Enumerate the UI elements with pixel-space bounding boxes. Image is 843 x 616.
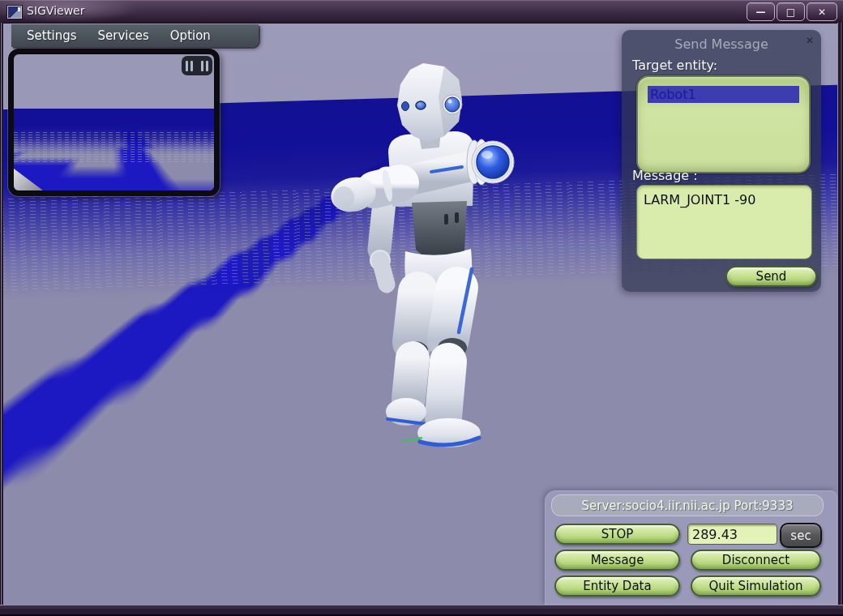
window-frame-bottom — [0, 605, 843, 616]
sigviewer-window: SIGViewer — □ ✕ Settings Services Option… — [0, 0, 843, 616]
stop-button[interactable]: STOP — [554, 524, 680, 545]
send-message-panel: Send Message ✕ Target entity: Robot1 Mes… — [622, 30, 821, 292]
panel-close-icon[interactable]: ✕ — [806, 35, 814, 46]
message-label: Message : — [632, 168, 698, 183]
menu-settings[interactable]: Settings — [16, 25, 88, 46]
sec-unit-button[interactable]: sec — [780, 523, 822, 548]
list-item-robot1[interactable]: Robot1 — [648, 86, 799, 103]
target-entity-label: Target entity: — [632, 58, 717, 73]
window-frame-right — [837, 23, 843, 616]
close-button[interactable]: ✕ — [807, 2, 837, 21]
disconnect-button[interactable]: Disconnect — [691, 550, 821, 571]
simulation-control-panel: Server:socio4.iir.nii.ac.jp Port:9333 ST… — [545, 490, 837, 605]
titlebar[interactable]: SIGViewer — □ ✕ — [0, 0, 843, 23]
maximize-button[interactable]: □ — [777, 2, 805, 21]
server-info: Server:socio4.iir.nii.ac.jp Port:9333 — [551, 494, 824, 516]
robot-model[interactable] — [308, 47, 551, 462]
window-frame-left — [0, 23, 3, 616]
app-icon — [7, 6, 22, 19]
viewport-grid-moire — [14, 132, 214, 162]
menu-option[interactable]: Option — [160, 25, 221, 46]
menubar: Settings Services Option — [11, 24, 259, 47]
time-field[interactable] — [687, 524, 777, 545]
target-entity-list[interactable]: Robot1 — [636, 75, 811, 173]
window-title: SIGViewer — [27, 4, 84, 17]
panel-title: Send Message — [622, 36, 821, 52]
pause-icon[interactable] — [182, 56, 212, 75]
message-button[interactable]: Message — [554, 550, 680, 571]
camera-viewport[interactable] — [8, 49, 220, 196]
message-input[interactable]: LARM_JOINT1 -90 — [636, 185, 812, 259]
send-button[interactable]: Send — [725, 266, 817, 287]
menu-services[interactable]: Services — [88, 25, 160, 46]
minimize-button[interactable]: — — [747, 2, 775, 21]
entity-data-button[interactable]: Entity Data — [554, 575, 680, 597]
quit-simulation-button[interactable]: Quit Simulation — [691, 575, 821, 597]
